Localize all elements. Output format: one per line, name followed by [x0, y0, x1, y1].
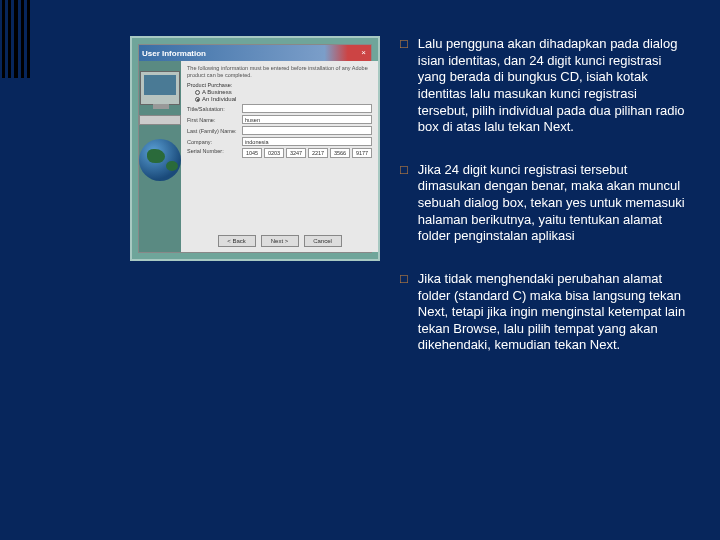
dialog-window: User Information × The following informa… [138, 44, 372, 253]
first-name-label: First Name: [187, 117, 239, 123]
serial-box-3[interactable]: 3247 [286, 148, 306, 158]
help-text: The following information must be entere… [187, 65, 372, 78]
last-name-label: Last (Family) Name: [187, 128, 239, 134]
decorative-stripes [0, 0, 30, 78]
radio-individual[interactable]: An Individual [195, 96, 372, 102]
dialog-sidebar-graphic [139, 61, 181, 252]
company-input[interactable]: indonesia [242, 137, 372, 146]
titlebar: User Information × [139, 45, 371, 61]
first-name-input[interactable]: husen [242, 115, 372, 124]
radio-business[interactable]: A Business [195, 89, 372, 95]
window-title: User Information [142, 49, 206, 58]
serial-box-6[interactable]: 9177 [352, 148, 372, 158]
serial-box-2[interactable]: 0203 [264, 148, 284, 158]
slide-content: User Information × The following informa… [130, 36, 690, 380]
next-button[interactable]: Next > [261, 235, 299, 247]
serial-box-1[interactable]: 1045 [242, 148, 262, 158]
keyboard-icon [139, 115, 181, 125]
serial-label: Serial Number: [187, 148, 239, 154]
bullet-text-2: Jika 24 digit kunci registrasi tersebut … [418, 162, 690, 245]
globe-icon [139, 139, 181, 181]
serial-number-group: 1045 0203 3247 2217 3566 9177 [242, 148, 372, 158]
bullet-list: □ Lalu pengguna akan dihadapkan pada dia… [400, 36, 690, 380]
bullet-icon: □ [400, 271, 408, 354]
list-item: □ Lalu pengguna akan dihadapkan pada dia… [400, 36, 690, 136]
close-icon[interactable]: × [358, 47, 369, 58]
list-item: □ Jika tidak menghendaki perubahan alama… [400, 271, 690, 354]
radio-group-label: Product Purchase: [187, 82, 372, 88]
bullet-text-1: Lalu pengguna akan dihadapkan pada dialo… [418, 36, 690, 136]
title-input[interactable] [242, 104, 372, 113]
company-label: Company: [187, 139, 239, 145]
bullet-icon: □ [400, 162, 408, 245]
monitor-icon [140, 71, 180, 105]
back-button[interactable]: < Back [218, 235, 256, 247]
serial-box-4[interactable]: 2217 [308, 148, 328, 158]
serial-box-5[interactable]: 3566 [330, 148, 350, 158]
bullet-text-3: Jika tidak menghendaki perubahan alamat … [418, 271, 690, 354]
last-name-input[interactable] [242, 126, 372, 135]
installer-dialog-screenshot: User Information × The following informa… [130, 36, 380, 261]
cancel-button[interactable]: Cancel [304, 235, 342, 247]
list-item: □ Jika 24 digit kunci registrasi tersebu… [400, 162, 690, 245]
dialog-form-area: The following information must be entere… [181, 61, 378, 252]
bullet-icon: □ [400, 36, 408, 136]
dialog-button-row: < Back Next > Cancel [181, 235, 378, 247]
title-label: Title/Salutation: [187, 106, 239, 112]
